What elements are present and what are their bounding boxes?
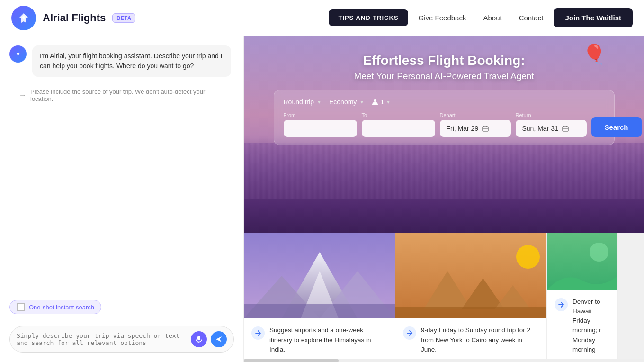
card-body-himalayas: Suggest airports and a one-week itinerar…: [244, 318, 395, 362]
from-field: From: [284, 112, 357, 137]
logo-text: AIrial Flights: [43, 12, 106, 24]
right-panel: 🎈 Effortless Flight Booking: Meet Your P…: [244, 36, 644, 362]
chat-input-box: [9, 326, 234, 353]
header: AIrial Flights BETA TIPS AND TRICKS Give…: [0, 0, 644, 36]
chat-input-area: [0, 320, 243, 362]
to-field: To: [362, 112, 435, 137]
cairo-illustration: [395, 233, 546, 318]
card-action-hawaii: Denver to Hawaii Friday morning; r Monda…: [555, 297, 610, 355]
hero-subtitle: Meet Your Personal AI-Powered Travel Age…: [244, 71, 644, 81]
send-button[interactable]: [211, 331, 227, 347]
oneshot-checkbox[interactable]: [17, 303, 25, 311]
plane-icon: [17, 11, 31, 25]
svg-rect-24: [395, 307, 546, 318]
cards-area: Suggest airports and a one-week itinerar…: [244, 233, 644, 362]
main-nav: TIPS AND TRICKS Give Feedback About Cont…: [329, 8, 633, 27]
trip-type-label: Round trip: [284, 98, 314, 106]
card-arrow-cairo[interactable]: [403, 326, 416, 340]
main-layout: ✦ I'm Airial, your flight booking assist…: [0, 36, 644, 362]
cabin-chevron-icon: ▼: [359, 100, 364, 105]
hero-title: Effortless Flight Booking:: [244, 53, 644, 68]
beta-badge: BETA: [112, 13, 135, 23]
search-button[interactable]: Search: [591, 117, 642, 137]
oneshot-label: One-shot instant search: [29, 304, 94, 311]
card-image-himalayas: [244, 233, 395, 318]
hint-arrow-icon: →: [19, 91, 27, 100]
svg-rect-1: [197, 336, 200, 340]
card-action-cairo: 9-day Friday to Sunday round trip for 2 …: [403, 326, 539, 354]
pax-chevron-icon: ▼: [386, 100, 391, 105]
chat-panel: ✦ I'm Airial, your flight booking assist…: [0, 36, 244, 362]
passenger-selector[interactable]: 1 ▼: [372, 98, 391, 106]
chat-input[interactable]: [17, 332, 187, 346]
trip-type-selector[interactable]: Round trip ▼: [284, 98, 322, 106]
suggestion-card-himalayas: Suggest airports and a one-week itinerar…: [244, 233, 395, 362]
assistant-bubble: I'm Airial, your flight booking assistan…: [32, 45, 231, 77]
waitlist-button[interactable]: Join The Waitlist: [554, 8, 633, 27]
return-date-value: Sun, Mar 31: [522, 125, 558, 132]
chat-hint: → Please include the source of your trip…: [9, 84, 234, 106]
svg-point-25: [516, 245, 540, 269]
calendar-return-icon: [562, 125, 569, 132]
hero-section: 🎈 Effortless Flight Booking: Meet Your P…: [244, 36, 644, 233]
from-input[interactable]: [284, 120, 357, 137]
person-icon: [372, 99, 378, 105]
card-action-himalayas: Suggest airports and a one-week itinerar…: [251, 326, 387, 354]
svg-rect-18: [244, 304, 395, 318]
return-label: Return: [516, 112, 587, 118]
card-body-hawaii: Denver to Hawaii Friday morning; r Monda…: [547, 290, 617, 362]
depart-field: Depart Fri, Mar 29: [440, 112, 511, 137]
from-label: From: [284, 112, 357, 118]
logo-area: AIrial Flights BETA: [11, 6, 135, 30]
return-date-picker[interactable]: Sun, Mar 31: [516, 120, 587, 137]
svg-point-4: [374, 99, 376, 102]
about-link[interactable]: About: [476, 9, 508, 27]
passenger-count: 1: [380, 98, 384, 106]
search-form: Round trip ▼ Economy ▼ 1 ▼: [274, 90, 615, 145]
svg-rect-9: [563, 127, 568, 131]
trip-chevron-icon: ▼: [317, 100, 322, 105]
depart-label: Depart: [440, 112, 511, 118]
svg-point-0: [22, 16, 25, 19]
depart-date-value: Fri, Mar 29: [447, 125, 479, 132]
hero-text: Effortless Flight Booking: Meet Your Per…: [244, 36, 644, 81]
to-label: To: [362, 112, 435, 118]
search-form-bottom: From To Depart Fri, Mar 29: [284, 112, 605, 137]
card-image-hawaii: [547, 233, 617, 290]
card-image-cairo: [395, 233, 546, 318]
svg-point-27: [590, 243, 608, 262]
cabin-class-label: Economy: [329, 98, 357, 106]
mic-button[interactable]: [191, 331, 207, 347]
contact-link[interactable]: Contact: [512, 9, 550, 27]
svg-rect-5: [483, 127, 488, 131]
depart-date-picker[interactable]: Fri, Mar 29: [440, 120, 511, 137]
card-text-hawaii: Denver to Hawaii Friday morning; r Monda…: [572, 297, 610, 355]
arrow-right-icon: [255, 330, 261, 336]
logo-icon: [11, 6, 36, 30]
card-body-cairo: 9-day Friday to Sunday round trip for 2 …: [395, 318, 546, 362]
card-text-himalayas: Suggest airports and a one-week itinerar…: [269, 326, 387, 354]
to-input[interactable]: [362, 120, 435, 137]
card-arrow-himalayas[interactable]: [251, 326, 265, 340]
send-icon: [215, 335, 223, 343]
arrow-right-hawaii-icon: [558, 301, 564, 308]
calendar-icon: [482, 125, 489, 132]
chat-messages: ✦ I'm Airial, your flight booking assist…: [0, 36, 243, 175]
hint-text: Please include the source of your trip. …: [30, 88, 224, 102]
cabin-class-selector[interactable]: Economy ▼: [329, 98, 364, 106]
suggestion-card-cairo: 9-day Friday to Sunday round trip for 2 …: [395, 233, 547, 362]
oneshot-area: One-shot instant search: [0, 294, 243, 320]
tips-tricks-button[interactable]: TIPS AND TRICKS: [329, 9, 408, 26]
chat-message: ✦ I'm Airial, your flight booking assist…: [9, 45, 234, 77]
mic-icon: [195, 335, 203, 343]
hawaii-illustration: [547, 233, 617, 290]
arrow-right-cairo-icon: [406, 330, 413, 336]
card-arrow-hawaii[interactable]: [555, 298, 568, 311]
card-text-cairo: 9-day Friday to Sunday round trip for 2 …: [421, 326, 539, 354]
return-field: Return Sun, Mar 31: [516, 112, 587, 137]
assistant-avatar: ✦: [9, 45, 27, 63]
himalayas-illustration: [244, 233, 395, 318]
feedback-link[interactable]: Give Feedback: [412, 9, 473, 27]
oneshot-toggle[interactable]: One-shot instant search: [9, 300, 101, 314]
scroll-track: [244, 359, 339, 362]
